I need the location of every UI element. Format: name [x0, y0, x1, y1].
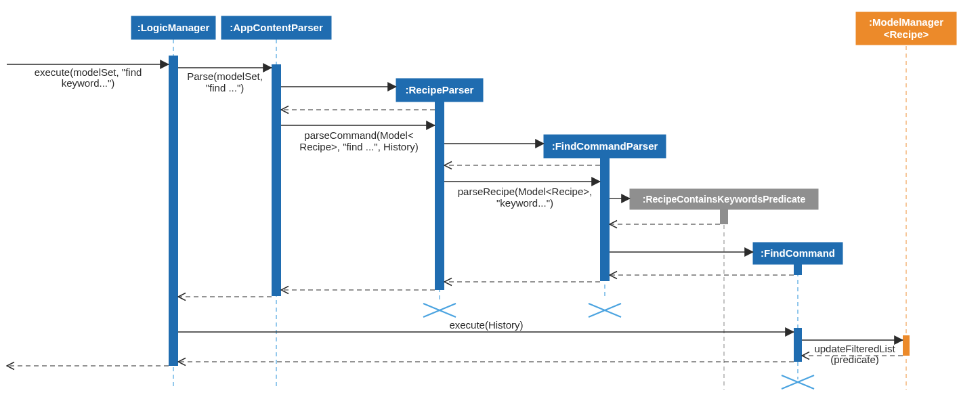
activation-logic-manager — [169, 56, 178, 366]
activation-app-content-parser — [272, 64, 281, 296]
activation-predicate — [720, 209, 728, 224]
label-logic-manager: :LogicManager — [137, 22, 210, 33]
head-find-command-parser: :FindCommandParser — [544, 135, 666, 158]
label-find-command: :FindCommand — [761, 247, 835, 259]
destroy-find-command-parser — [589, 304, 621, 317]
msg-parse-recipe-text1: parseRecipe(Model<Recipe>, — [458, 186, 592, 197]
head-predicate: :RecipeContainsKeywordsPredicate — [630, 189, 818, 209]
head-logic-manager: :LogicManager — [131, 16, 215, 39]
sequence-diagram: :LogicManager :AppContentParser :RecipeP… — [0, 0, 980, 397]
msg-parse-text1: Parse(modelSet, — [187, 70, 263, 82]
msg-parse-recipe-text2: "keyword...") — [496, 197, 553, 209]
msg-update-filtered-list-text1: updateFilteredList — [814, 343, 895, 354]
activation-find-command-create — [794, 264, 802, 275]
msg-execute-model-set-text1: execute(modelSet, "find — [35, 66, 142, 78]
head-model-manager: :ModelManager <Recipe> — [856, 12, 956, 45]
label-find-command-parser: :FindCommandParser — [552, 140, 658, 152]
head-find-command: :FindCommand — [753, 243, 843, 264]
head-app-content-parser: :AppContentParser — [221, 16, 331, 39]
label-predicate: :RecipeContainsKeywordsPredicate — [643, 194, 806, 205]
activation-model-manager — [903, 335, 910, 356]
activation-recipe-parser — [435, 102, 444, 290]
msg-parse-command-text1: parseCommand(Model< — [304, 129, 414, 141]
activation-find-command-exec — [794, 328, 802, 362]
msg-parse-text2: "find ...") — [206, 82, 244, 93]
msg-execute-model-set-text2: keyword...") — [62, 77, 115, 89]
label-app-content-parser: :AppContentParser — [230, 22, 323, 33]
label-model-manager-2: <Recipe> — [884, 28, 929, 40]
label-recipe-parser: :RecipeParser — [406, 84, 474, 96]
msg-parse-command-text2: Recipe>, "find ...", History) — [299, 141, 418, 152]
msg-execute-history-text: execute(History) — [449, 319, 523, 331]
destroy-recipe-parser — [423, 304, 456, 317]
activation-find-command-parser — [600, 158, 610, 281]
head-recipe-parser: :RecipeParser — [396, 79, 483, 102]
label-model-manager-1: :ModelManager — [869, 16, 943, 28]
